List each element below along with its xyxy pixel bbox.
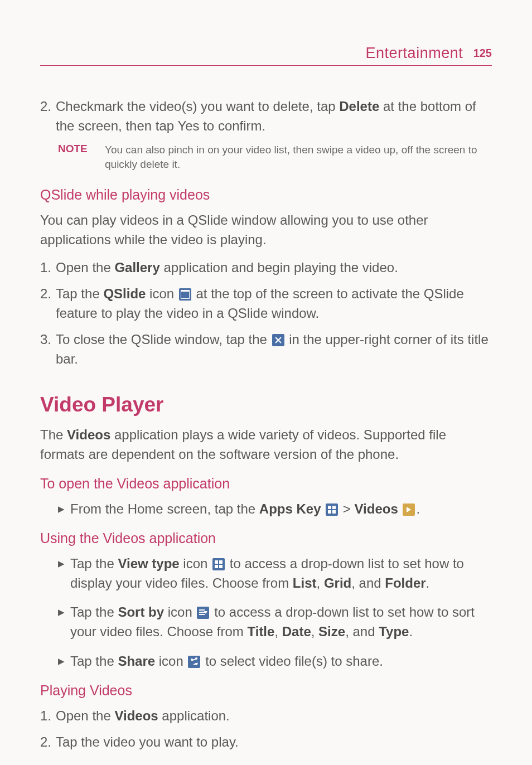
page-header: Entertainment 125 (40, 45, 492, 66)
close-icon (272, 334, 284, 346)
share-bullet: ▶ Tap the Share icon to select video fil… (58, 652, 492, 671)
video-player-para: The Videos application plays a wide vari… (40, 425, 492, 464)
step-number: 2. (40, 97, 56, 136)
viewtype-bullet: ▶ Tap the View type icon to access a dro… (58, 554, 492, 593)
sort-by-icon (197, 607, 209, 619)
heading-playing-videos: Playing Videos (40, 682, 492, 699)
heading-using-videos: Using the Videos application (40, 530, 492, 546)
qslide-step-2: 2. Tap the QSlide icon at the top of the… (40, 284, 492, 323)
open-videos-bullet: ▶ From the Home screen, tap the Apps Key… (58, 500, 492, 519)
heading-open-videos: To open the Videos application (40, 476, 492, 492)
note-label: NOTE (58, 143, 105, 172)
note: NOTE You can also pinch in on your video… (58, 143, 492, 172)
heading-qslide: QSlide while playing videos (40, 187, 492, 203)
qslide-step-1: 1. Open the Gallery application and begi… (40, 258, 492, 278)
step-body: Checkmark the video(s) you want to delet… (56, 97, 492, 136)
qslide-step-3: 3. To close the QSlide window, tap the i… (40, 330, 492, 369)
bullet-icon: ▶ (58, 500, 70, 519)
heading-video-player: Video Player (40, 393, 492, 417)
playing-step-2: 2. Tap the video you want to play. (40, 733, 492, 752)
qslide-para: You can play videos in a QSlide window a… (40, 211, 492, 250)
view-type-icon (212, 558, 225, 570)
qslide-icon (179, 288, 191, 301)
playing-step-1: 1. Open the Videos application. (40, 706, 492, 726)
apps-key-icon (326, 503, 338, 516)
step-2-delete: 2. Checkmark the video(s) you want to de… (40, 97, 492, 136)
section-title: Entertainment (366, 45, 463, 61)
note-text: You can also pinch in on your video list… (105, 143, 492, 172)
sortby-bullet: ▶ Tap the Sort by icon to access a drop-… (58, 603, 492, 642)
videos-app-icon (403, 503, 415, 516)
share-icon (188, 656, 200, 668)
page-number: 125 (473, 47, 492, 59)
